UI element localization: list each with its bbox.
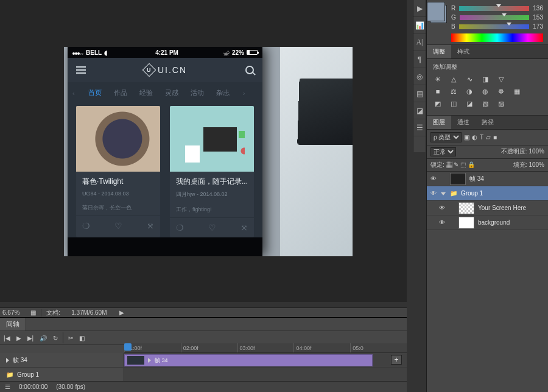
filter-type-icon[interactable]: T [480, 134, 483, 141]
timeline-clip[interactable]: 帧 34 [124, 354, 373, 366]
brand-logo[interactable]: UI.CN [144, 65, 187, 75]
tab-mag[interactable]: 杂志 [216, 88, 230, 97]
heart-icon[interactable]: ♡ [208, 223, 216, 233]
layer-filter-kind[interactable]: ρ 类型 [430, 132, 462, 142]
share-icon[interactable]: ⤧ [241, 223, 248, 233]
fps-label: (30.00 fps) [56, 383, 85, 390]
card-title: 暮色·Twilight [82, 177, 154, 187]
timeline-ruler[interactable]: 01:00f 02:00f 03:00f 04:00f 05:0 [124, 343, 407, 353]
g-slider[interactable] [460, 15, 530, 20]
scissors-icon[interactable]: ✂ [68, 335, 73, 341]
spectrum-bar[interactable] [451, 33, 543, 42]
history-icon[interactable]: ☰ [413, 119, 426, 136]
brush-icon[interactable]: ◪ [413, 102, 426, 119]
curves-icon[interactable]: ∿ [465, 75, 474, 83]
filter-image-icon[interactable]: ▣ [464, 134, 469, 141]
navigator-icon[interactable]: ◎ [413, 68, 426, 85]
filter-adjust-icon[interactable]: ◐ [472, 134, 477, 141]
play-icon[interactable]: ▶ [413, 0, 426, 17]
comment-icon[interactable]: ❍ [82, 221, 90, 231]
selective-icon[interactable]: ▨ [496, 99, 506, 108]
card-item[interactable]: 暮色·Twilight UG84 - 2014.08.03 落日余晖，长空一色 … [76, 106, 160, 237]
opacity-value[interactable]: 100% [529, 148, 544, 155]
search-icon[interactable] [245, 66, 254, 74]
visibility-icon[interactable]: 👁 [435, 205, 449, 211]
track-row[interactable]: 📁Group 1 [0, 368, 407, 382]
invert-icon[interactable]: ◩ [433, 99, 443, 108]
hue-icon[interactable]: ■ [433, 87, 443, 96]
chevron-right-icon[interactable]: ▶ [118, 309, 125, 316]
macbook-image [280, 47, 353, 256]
exposure-icon[interactable]: ◨ [480, 75, 490, 83]
tab-layers[interactable]: 图层 [427, 116, 451, 129]
layer-row[interactable]: 👁 Your Screen Here [427, 201, 548, 215]
blend-mode-select[interactable]: 正常 [430, 147, 456, 156]
lookup-icon[interactable]: ▦ [512, 87, 522, 96]
loop-icon[interactable]: ↻ [53, 335, 58, 341]
layer-row[interactable]: 👁 帧 34 [427, 172, 548, 186]
layer-row[interactable]: 👁 📁 Group 1 [427, 186, 548, 201]
tab-event[interactable]: 活动 [191, 88, 204, 97]
chevron-right-icon[interactable]: › [242, 89, 247, 97]
share-icon[interactable]: ⤧ [147, 221, 154, 231]
zoom-level[interactable]: 6.67% [2, 309, 19, 316]
tab-paths[interactable]: 路径 [476, 116, 500, 129]
tab-styles[interactable]: 样式 [451, 45, 476, 58]
tab-exp[interactable]: 经验 [139, 88, 153, 97]
timeline-tab[interactable]: 间轴 [0, 318, 26, 331]
swatches-icon[interactable]: ▤ [413, 85, 426, 102]
vibrance-icon[interactable]: ▽ [496, 75, 506, 83]
visibility-icon[interactable]: 👁 [435, 219, 449, 226]
lock-icons[interactable]: ▦ ✎ ⬚ 🔒 [446, 161, 475, 168]
goto-end-icon[interactable]: ▶| [27, 335, 34, 341]
chevron-down-icon[interactable] [441, 192, 446, 195]
b-value[interactable]: 173 [533, 23, 543, 30]
play-icon[interactable]: ▶ [16, 335, 21, 341]
r-slider[interactable] [459, 6, 529, 11]
expand-icon[interactable] [6, 358, 9, 363]
posterize-icon[interactable]: ◫ [449, 99, 458, 108]
card-item[interactable]: 我的桌面，随手记录... 四月hjw - 2014.08.02 工作，fight… [170, 106, 254, 237]
audio-icon[interactable]: 🔊 [40, 335, 47, 341]
tab-works[interactable]: 作品 [114, 88, 127, 97]
balance-icon[interactable]: ⚖ [449, 87, 458, 96]
mixer-icon[interactable]: ☸ [496, 87, 506, 96]
layer-row[interactable]: 👁 background [427, 215, 548, 230]
bw-icon[interactable]: ◑ [465, 87, 474, 96]
paragraph-icon[interactable]: ¶ [413, 51, 426, 68]
hamburger-icon[interactable] [76, 66, 86, 74]
char-paragraph-icon[interactable]: A| [413, 34, 426, 51]
track-row[interactable]: 帧 34 帧 34 + [0, 353, 407, 368]
transition-icon[interactable]: ◧ [79, 335, 85, 341]
photo-filter-icon[interactable]: ◍ [480, 87, 490, 96]
heart-icon[interactable]: ♡ [114, 221, 122, 231]
g-value[interactable]: 153 [533, 14, 543, 21]
threshold-icon[interactable]: ◪ [465, 99, 474, 108]
add-clip-button[interactable]: + [391, 355, 402, 365]
fill-value[interactable]: 100% [529, 161, 544, 168]
histogram-icon[interactable]: 📊 [413, 17, 426, 34]
timecode[interactable]: 0:00:00:00 [19, 383, 47, 390]
b-slider[interactable] [459, 24, 530, 29]
visibility-icon[interactable]: 👁 [427, 175, 440, 182]
tab-adjustments[interactable]: 调整 [427, 45, 451, 58]
goto-start-icon[interactable]: |◀ [4, 335, 10, 341]
clock-label: 4:21 PM [155, 49, 178, 56]
grid-icon[interactable]: ▦ [30, 309, 36, 316]
visibility-icon[interactable]: 👁 [427, 190, 440, 197]
r-value[interactable]: 136 [533, 5, 543, 12]
timeline-options-icon[interactable]: ☰ [5, 383, 10, 390]
comment-icon[interactable]: ❍ [176, 223, 184, 233]
gradient-map-icon[interactable]: ▧ [480, 99, 490, 108]
filter-shape-icon[interactable]: ▱ [486, 134, 491, 141]
color-swatch[interactable] [430, 5, 447, 23]
brightness-icon[interactable]: ☀ [433, 75, 443, 83]
tab-insp[interactable]: 灵感 [165, 88, 178, 97]
tab-channels[interactable]: 通道 [451, 116, 476, 129]
tab-home[interactable]: 首页 [88, 88, 102, 97]
levels-icon[interactable]: △ [449, 75, 458, 83]
playhead-icon[interactable] [124, 343, 132, 351]
canvas[interactable]: BELL ◖ 4:21 PM ࿆ 22% UI.CN ‹ 首页 作品 经验 [0, 0, 407, 302]
filter-smart-icon[interactable]: ■ [493, 134, 497, 141]
chevron-left-icon[interactable]: ‹ [71, 89, 76, 97]
